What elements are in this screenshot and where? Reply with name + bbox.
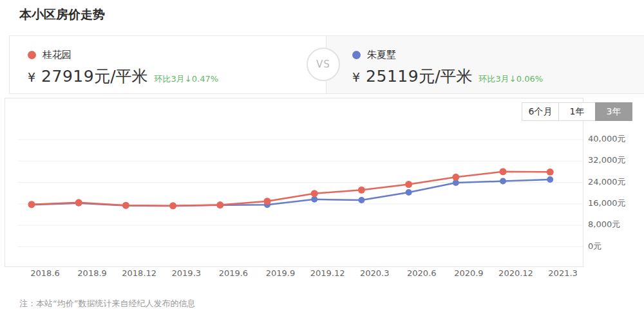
y-axis-label: 32,000元 xyxy=(588,154,626,167)
data-point-blue xyxy=(311,196,317,203)
currency-symbol: ¥ xyxy=(352,70,360,84)
x-axis-label: 2020.9 xyxy=(446,268,492,278)
price-unit: 元/平米 xyxy=(94,66,147,87)
x-axis-label: 2019.6 xyxy=(210,268,256,278)
month-change-label: 环比3月↓0.47% xyxy=(155,73,218,85)
data-point-red xyxy=(122,202,129,209)
x-axis-label: 2018.12 xyxy=(116,268,162,278)
legend-dot-blue xyxy=(352,51,361,59)
price-row: ¥ 25119 元/平米 环比3月↓0.06% xyxy=(352,66,644,87)
data-point-red xyxy=(452,174,459,181)
data-point-red xyxy=(547,169,554,176)
data-point-blue xyxy=(358,197,365,203)
currency-symbol: ¥ xyxy=(28,70,35,84)
y-axis-label: 40,000元 xyxy=(588,133,626,145)
page-title: 本小区房价走势 xyxy=(19,6,105,23)
x-axis-label: 2020.3 xyxy=(352,268,398,278)
data-point-red xyxy=(169,202,176,209)
x-axis-label: 2019.9 xyxy=(258,268,304,278)
x-axis-label: 2019.3 xyxy=(163,268,209,278)
price-row: ¥ 27919 元/平米 环比3月↓0.47% xyxy=(28,66,326,87)
x-axis-label: 2021.3 xyxy=(540,268,586,278)
data-point-red xyxy=(311,190,318,197)
series-line-blue xyxy=(32,180,550,206)
data-point-red xyxy=(500,168,507,175)
community-name: 朱夏墅 xyxy=(367,49,396,61)
chart-plot-area xyxy=(5,98,583,267)
compare-card: 桂花园 ¥ 27919 元/平米 环比3月↓0.47% 朱夏墅 ¥ 25119 … xyxy=(9,35,644,94)
x-axis: 2018.62018.92018.122019.32019.62019.9201… xyxy=(0,268,644,281)
data-point-red xyxy=(75,199,82,206)
x-axis-label: 2020.12 xyxy=(493,268,539,278)
month-change-label: 环比3月↓0.06% xyxy=(479,73,543,85)
price-value: 25119 xyxy=(366,67,419,86)
x-axis-label: 2018.6 xyxy=(22,268,68,278)
data-source-note: 注：本站“均价”数据统计来自经纪人发布的信息 xyxy=(19,298,195,309)
period-button-6months[interactable]: 6个月 xyxy=(522,102,559,121)
data-point-red xyxy=(28,201,35,208)
data-point-blue xyxy=(500,178,506,185)
price-trend-page: 本小区房价走势 桂花园 ¥ 27919 元/平米 环比3月↓0.47% 朱夏墅 … xyxy=(0,0,644,323)
data-point-blue xyxy=(547,176,553,183)
x-axis-label: 2019.12 xyxy=(305,268,351,278)
legend-dot-red xyxy=(28,51,36,59)
price-trend-chart: 6个月 1年 3年 40,000元32,000元24,000元16,000元8,… xyxy=(0,98,644,291)
y-axis: 40,000元32,000元24,000元16,000元8,000元0元 xyxy=(588,98,639,266)
data-point-red xyxy=(405,181,412,188)
series-line-red xyxy=(32,172,550,206)
vs-badge: VS xyxy=(307,48,340,81)
y-axis-label: 16,000元 xyxy=(588,197,626,210)
price-unit: 元/平米 xyxy=(419,66,472,87)
community-name: 桂花园 xyxy=(43,49,71,61)
data-point-blue xyxy=(406,189,412,196)
data-point-red xyxy=(358,187,365,194)
line-chart-svg xyxy=(5,98,583,266)
price-value: 27919 xyxy=(41,67,94,86)
community-panel-right: 朱夏墅 ¥ 25119 元/平米 环比3月↓0.06% xyxy=(326,36,644,93)
x-axis-label: 2020.6 xyxy=(399,268,445,278)
y-axis-label: 24,000元 xyxy=(588,176,626,189)
legend-row: 朱夏墅 xyxy=(352,48,644,61)
data-point-red xyxy=(264,198,271,205)
community-panel-left: 桂花园 ¥ 27919 元/平米 环比3月↓0.47% xyxy=(10,36,326,93)
y-axis-label: 0元 xyxy=(588,240,601,253)
data-point-red xyxy=(216,201,223,208)
legend-row: 桂花园 xyxy=(28,48,326,61)
y-axis-label: 8,000元 xyxy=(588,218,620,231)
x-axis-label: 2018.9 xyxy=(69,268,115,278)
